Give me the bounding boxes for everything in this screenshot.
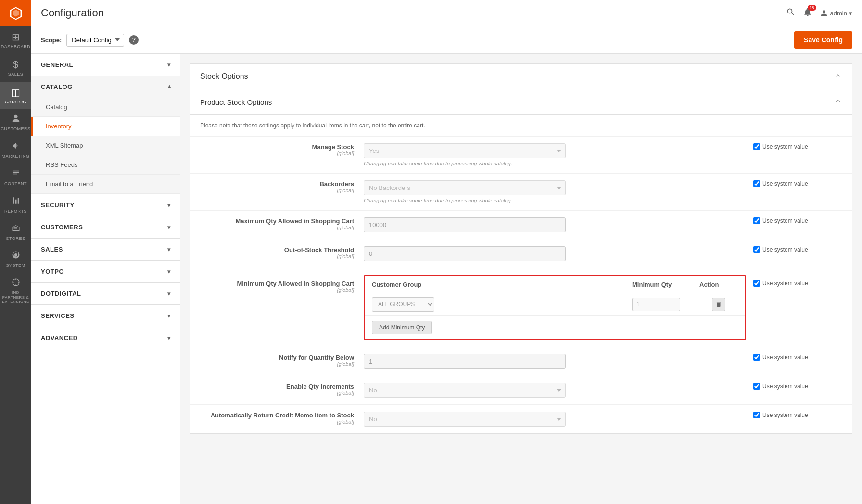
sidebar-item-marketing[interactable]: MARKETING — [0, 137, 31, 164]
backorders-value: No Backorders Changing can take some tim… — [364, 180, 746, 203]
sidebar-item-partners[interactable]: IND PARTNERS & EXTENSIONS — [0, 273, 31, 309]
auto-return-use-system[interactable]: Use system value — [753, 412, 808, 418]
chevron-down-icon: ▾ — [167, 224, 171, 231]
min-qty-table-container: Customer Group Minimum Qty Action ALL GR… — [364, 275, 746, 340]
scope-label: Scope: — [41, 37, 62, 44]
nav-section-sales-header[interactable]: SALES ▾ — [31, 239, 180, 260]
stock-options-header[interactable]: Stock Options — [190, 64, 852, 89]
sidebar-item-system[interactable]: SYSTEM — [0, 246, 31, 273]
min-qty-checkbox[interactable] — [753, 280, 760, 287]
backorders-row: Backorders [global] No Backorders Changi… — [190, 174, 852, 211]
nav-item-rss-feeds[interactable]: RSS Feeds — [31, 155, 180, 175]
auto-return-label: Automatically Return Credit Memo Item to… — [200, 412, 364, 425]
min-qty-qty-cell — [632, 298, 699, 311]
out-of-stock-use-system[interactable]: Use system value — [753, 246, 808, 253]
sidebar-item-reports[interactable]: REPORTS — [0, 191, 31, 219]
nav-section-advanced-header[interactable]: ADVANCED ▾ — [31, 327, 180, 349]
notify-qty-input[interactable] — [364, 354, 566, 369]
nav-section-general-header[interactable]: GENERAL ▾ — [31, 54, 180, 76]
nav-section-services-label: SERVICES — [41, 312, 75, 319]
out-of-stock-input[interactable] — [364, 246, 566, 261]
max-qty-checkbox[interactable] — [753, 217, 760, 224]
scope-select[interactable]: Default Config — [66, 34, 124, 47]
backorders-use-system[interactable]: Use system value — [753, 180, 808, 187]
sidebar-item-dashboard[interactable]: ⊞ DASHBOARD — [0, 26, 31, 54]
notify-qty-checkbox[interactable] — [753, 354, 760, 361]
user-dropdown-icon: ▾ — [849, 10, 852, 17]
content-area: GENERAL ▾ CATALOG ▾ Catalog Inventory — [31, 54, 862, 504]
notify-qty-use-system[interactable]: Use system value — [753, 354, 808, 361]
col-customer-group-header: Customer Group — [372, 281, 632, 288]
min-qty-row: Minimum Qty Allowed in Shopping Cart [gl… — [190, 268, 852, 347]
enable-qty-select[interactable]: No — [364, 383, 566, 398]
nav-item-catalog[interactable]: Catalog — [31, 98, 180, 117]
save-config-button[interactable]: Save Config — [794, 31, 852, 49]
auto-return-checkbox[interactable] — [753, 412, 760, 418]
sidebar-item-catalog[interactable]: ◫ CATALOG — [0, 82, 31, 110]
chevron-down-icon: ▾ — [167, 268, 171, 275]
out-of-stock-row: Out-of-Stock Threshold [global] Use syst… — [190, 239, 852, 268]
min-qty-use-system[interactable]: Use system value — [753, 280, 808, 287]
product-stock-options-header[interactable]: Product Stock Options — [190, 89, 852, 115]
add-min-qty-button[interactable]: Add Minimum Qty — [372, 321, 432, 334]
sidebar-logo[interactable] — [0, 0, 31, 26]
notification-badge: 18 — [808, 5, 816, 11]
max-qty-row: Maximum Qty Allowed in Shopping Cart [gl… — [190, 211, 852, 239]
sidebar-item-stores[interactable]: STORES — [0, 219, 31, 246]
out-of-stock-checkbox[interactable] — [753, 246, 760, 253]
max-qty-label: Maximum Qty Allowed in Shopping Cart [gl… — [200, 217, 364, 230]
enable-qty-use-system[interactable]: Use system value — [753, 383, 808, 390]
system-icon — [12, 251, 20, 262]
min-qty-table-row: ALL GROUPS — [365, 293, 745, 316]
backorders-select[interactable]: No Backorders — [364, 180, 566, 195]
notification-button[interactable]: 18 — [803, 7, 812, 19]
sidebar-item-sales[interactable]: $ SALES — [0, 54, 31, 82]
scope-left: Scope: Default Config ? — [41, 34, 139, 47]
min-qty-qty-input[interactable] — [632, 298, 680, 311]
sidebar-item-label: CUSTOMERS — [1, 126, 31, 132]
nav-section-yotpo: YOTPO ▾ — [31, 261, 180, 283]
min-qty-delete-button[interactable] — [712, 298, 725, 311]
min-qty-group-cell: ALL GROUPS — [372, 297, 632, 312]
max-qty-value — [364, 217, 746, 232]
sales-icon: $ — [13, 59, 18, 70]
manage-stock-use-system[interactable]: Use system value — [753, 143, 808, 150]
nav-section-security-header[interactable]: SECURITY ▾ — [31, 194, 180, 216]
enable-qty-actions: Use system value — [746, 383, 842, 390]
col-action-header: Action — [699, 281, 738, 288]
nav-section-yotpo-header[interactable]: YOTPO ▾ — [31, 261, 180, 282]
nav-section-catalog-header[interactable]: CATALOG ▾ — [31, 76, 180, 98]
min-qty-group-select[interactable]: ALL GROUPS — [372, 297, 434, 312]
min-qty-table-header: Customer Group Minimum Qty Action — [365, 276, 745, 293]
dashboard-icon: ⊞ — [12, 31, 20, 43]
nav-section-customers-header[interactable]: CUSTOMERS ▾ — [31, 216, 180, 238]
sidebar-item-content[interactable]: CONTENT — [0, 164, 31, 191]
sidebar-item-customers[interactable]: CUSTOMERS — [0, 109, 31, 137]
col-min-qty-header: Minimum Qty — [632, 281, 699, 288]
collapse-icon — [834, 71, 842, 82]
auto-return-select[interactable]: No — [364, 412, 566, 427]
nav-section-services-header[interactable]: SERVICES ▾ — [31, 305, 180, 327]
nav-section-dotdigital-header[interactable]: DOTDIGITAL ▾ — [31, 283, 180, 304]
notify-qty-value — [364, 354, 746, 369]
max-qty-use-system[interactable]: Use system value — [753, 217, 808, 224]
nav-item-email-to-friend[interactable]: Email to a Friend — [31, 175, 180, 194]
help-icon[interactable]: ? — [129, 35, 139, 45]
stock-options-body: Product Stock Options Please note that t… — [190, 89, 852, 433]
manage-stock-select[interactable]: Yes — [364, 143, 566, 158]
enable-qty-checkbox[interactable] — [753, 383, 760, 390]
user-menu-button[interactable]: admin ▾ — [820, 9, 852, 17]
min-qty-label: Minimum Qty Allowed in Shopping Cart [gl… — [200, 275, 364, 293]
top-header: Configuration 18 admin ▾ — [31, 0, 862, 26]
search-button[interactable] — [786, 7, 796, 19]
manage-stock-checkbox[interactable] — [753, 143, 760, 150]
subsection-collapse-icon — [834, 97, 842, 107]
max-qty-input[interactable] — [364, 217, 566, 232]
nav-item-xml-sitemap[interactable]: XML Sitemap — [31, 136, 180, 155]
enable-qty-label: Enable Qty Increments [global] — [200, 383, 364, 396]
content-icon — [12, 169, 20, 180]
backorders-checkbox[interactable] — [753, 180, 760, 187]
nav-item-inventory[interactable]: Inventory — [31, 117, 180, 136]
left-panel: GENERAL ▾ CATALOG ▾ Catalog Inventory — [31, 54, 180, 504]
chevron-down-icon: ▾ — [167, 335, 171, 341]
